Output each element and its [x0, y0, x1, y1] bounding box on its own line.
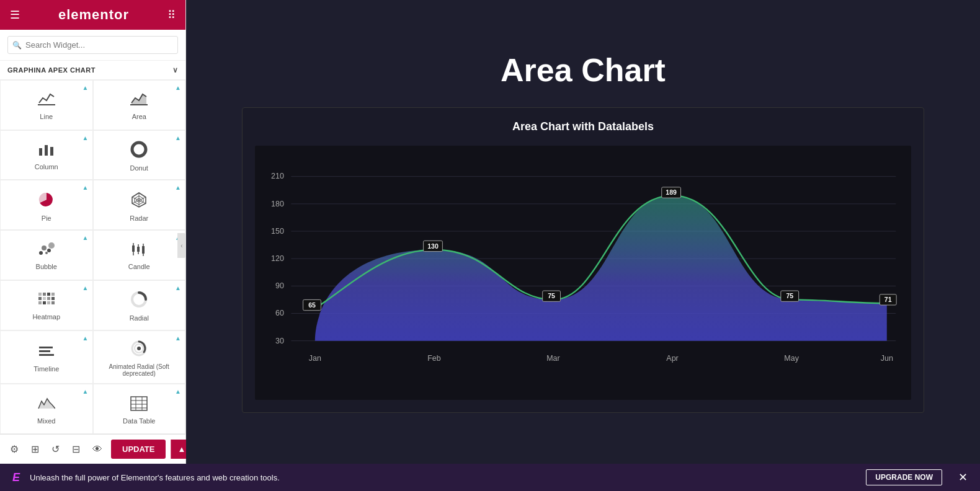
svg-text:75: 75: [548, 292, 555, 299]
svg-point-15: [42, 246, 47, 250]
widget-line[interactable]: ▲ Line: [0, 80, 93, 130]
svg-rect-23: [137, 247, 140, 252]
svg-text:180: 180: [271, 199, 284, 208]
search-icon: 🔍: [12, 41, 22, 50]
widget-radar[interactable]: ▲ Radar: [93, 180, 186, 230]
mixed-chart-icon: [38, 396, 55, 415]
widget-donut[interactable]: ▲ Donut: [93, 130, 186, 180]
svg-rect-0: [38, 104, 55, 105]
svg-rect-20: [132, 246, 135, 252]
widget-label-radar: Radar: [130, 215, 148, 222]
widget-animated-radial[interactable]: ▲ Animated Radial (Soft deprecated): [93, 330, 186, 384]
svg-text:May: May: [784, 354, 799, 363]
pro-badge-data-table: ▲: [175, 388, 181, 395]
widget-data-table[interactable]: ▲ Data Table: [93, 384, 186, 434]
area-chart-icon: [130, 92, 148, 110]
widget-label-mixed: Mixed: [37, 417, 55, 425]
widget-label-candle: Candle: [128, 263, 150, 270]
svg-text:90: 90: [275, 281, 284, 290]
update-button[interactable]: UPDATE: [111, 440, 166, 459]
chevron-down-icon: ∨: [172, 66, 179, 74]
svg-text:Apr: Apr: [666, 354, 678, 363]
svg-point-18: [45, 252, 48, 254]
heatmap-chart-icon: [38, 292, 55, 311]
svg-rect-35: [51, 297, 55, 300]
svg-rect-36: [38, 301, 42, 304]
sidebar-header: ☰ elementor ⠿: [0, 0, 185, 30]
svg-point-17: [48, 242, 55, 249]
widget-label-timeline: Timeline: [33, 365, 59, 373]
history-icon[interactable]: ↺: [48, 441, 63, 458]
svg-rect-39: [51, 301, 55, 304]
widget-label-pie: Pie: [42, 215, 51, 222]
widget-column[interactable]: ▲ Column: [0, 130, 93, 180]
pie-chart-icon: [38, 191, 55, 212]
widget-heatmap[interactable]: ▲: [0, 280, 93, 330]
collapse-icon: ‹: [180, 242, 182, 249]
svg-rect-43: [39, 354, 54, 356]
widget-candle[interactable]: ▲ Candle: [93, 230, 186, 280]
timeline-chart-icon: [38, 344, 55, 363]
svg-rect-41: [39, 347, 53, 348]
widget-label-animated-radial: Animated Radial (Soft deprecated): [99, 363, 180, 377]
svg-text:189: 189: [666, 188, 677, 196]
bottom-toolbar: ⚙ ⊞ ↺ ⊟ 👁 UPDATE ▲: [0, 434, 185, 464]
notification-bar: E Unleash the full power of Elementor's …: [0, 464, 980, 491]
svg-rect-29: [43, 293, 46, 296]
grid-icon[interactable]: ⠿: [167, 8, 176, 22]
pro-badge-column: ▲: [82, 135, 89, 141]
svg-rect-37: [43, 301, 46, 304]
settings-icon[interactable]: ⚙: [6, 441, 22, 458]
widget-label-donut: Donut: [130, 164, 148, 172]
collapse-handle[interactable]: ‹: [177, 233, 186, 258]
widget-label-line: Line: [40, 113, 53, 120]
chart-title: Area Chart with Datalabels: [255, 120, 911, 133]
svg-rect-3: [39, 148, 42, 156]
svg-point-46: [137, 347, 141, 350]
pro-badge-pie: ▲: [82, 184, 89, 191]
widget-radial[interactable]: ▲ Radial: [93, 280, 186, 330]
svg-text:60: 60: [275, 309, 284, 317]
column-chart-icon: [38, 142, 55, 161]
widget-area[interactable]: ▲ Area: [93, 80, 186, 130]
svg-text:30: 30: [275, 336, 284, 345]
donut-chart-icon: [130, 141, 148, 162]
widget-label-column: Column: [35, 163, 58, 170]
radar-chart-icon: [130, 191, 148, 212]
pro-badge-mixed: ▲: [82, 388, 89, 395]
svg-text:Mar: Mar: [546, 354, 559, 363]
svg-rect-28: [38, 293, 42, 296]
pro-badge-donut: ▲: [175, 135, 181, 141]
widget-mixed[interactable]: ▲ Mixed: [0, 384, 93, 434]
template-icon[interactable]: ⊟: [68, 441, 84, 458]
widget-pie[interactable]: ▲ Pie: [0, 180, 93, 230]
preview-icon[interactable]: 👁: [89, 441, 106, 458]
widget-label-bubble: Bubble: [36, 263, 57, 270]
bubble-chart-icon: [38, 242, 55, 260]
area-fill: [315, 195, 887, 340]
svg-rect-4: [45, 145, 48, 156]
svg-text:210: 210: [271, 172, 284, 180]
svg-text:Feb: Feb: [427, 354, 441, 363]
layers-icon[interactable]: ⊞: [27, 441, 43, 458]
widget-label-heatmap: Heatmap: [32, 313, 60, 321]
data-table-icon: [130, 396, 148, 415]
svg-rect-48: [131, 397, 147, 410]
widget-timeline[interactable]: ▲ Timeline: [0, 330, 93, 384]
chart-svg: 210 180 150 120 90 60 30: [267, 158, 899, 394]
svg-rect-42: [39, 350, 50, 352]
section-header-graphina[interactable]: GRAPHINA APEX CHART ∨: [0, 61, 185, 80]
close-notification-icon[interactable]: ✕: [958, 471, 968, 484]
pro-badge-bubble: ▲: [82, 234, 89, 241]
upgrade-now-button[interactable]: UPGRADE NOW: [866, 469, 942, 485]
search-input[interactable]: [7, 36, 178, 54]
pro-badge-line: ▲: [82, 84, 89, 91]
hamburger-icon[interactable]: ☰: [10, 8, 20, 22]
svg-rect-30: [47, 293, 50, 296]
widget-bubble[interactable]: ▲ Bubble: [0, 230, 93, 280]
svg-rect-32: [38, 297, 42, 300]
chart-area: 210 180 150 120 90 60 30: [255, 146, 911, 400]
svg-text:130: 130: [427, 242, 439, 249]
svg-text:65: 65: [308, 301, 316, 308]
candle-chart-icon: [130, 242, 148, 260]
